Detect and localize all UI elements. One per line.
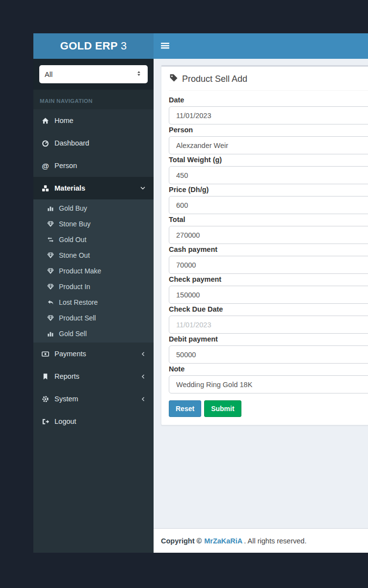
- at-icon: @: [41, 162, 50, 170]
- reset-button[interactable]: Reset: [169, 400, 201, 417]
- cubes-icon: [41, 185, 50, 192]
- sidebar-item-materials[interactable]: Materials: [33, 177, 154, 199]
- home-icon: [41, 117, 50, 124]
- gear-icon: [41, 395, 50, 403]
- app-logo[interactable]: GOLD ERP 3: [33, 33, 154, 59]
- date-label: Date: [169, 96, 368, 104]
- content-area: Product Sell Add Date Person Total We: [154, 59, 368, 528]
- hamburger-icon: [161, 42, 169, 51]
- form-group-price: Price (Dh/g): [169, 186, 368, 214]
- category-select-value: All: [45, 71, 53, 78]
- card-header: Product Sell Add: [169, 67, 368, 91]
- page-title: Product Sell Add: [182, 74, 247, 84]
- sidebar-subitem-label: Stone Out: [59, 251, 90, 259]
- sidebar-item-reports[interactable]: Reports: [33, 365, 154, 388]
- form-group-check-payment: Check payment: [169, 275, 368, 304]
- sidebar-item-label: Person: [54, 162, 77, 170]
- sidebar-subitem-label: Product Make: [59, 267, 101, 275]
- tag-icon: [169, 73, 178, 85]
- sidebar-subitem-gold-out[interactable]: Gold Out: [33, 232, 154, 247]
- note-input[interactable]: [169, 375, 368, 393]
- check-due-date-input[interactable]: [169, 316, 368, 334]
- page-footer: Copyright © MrZaKaRiA . All rights reser…: [154, 528, 368, 553]
- price-label: Price (Dh/g): [169, 186, 368, 194]
- sidebar-item-home[interactable]: Home: [33, 109, 154, 132]
- sidebar-subitem-label: Product In: [59, 283, 90, 291]
- rights-text: . All rights reserved.: [244, 537, 306, 545]
- sidebar: All MAIN NAVIGATION Home Dashboard: [33, 59, 154, 553]
- money-bill-icon: [41, 350, 50, 358]
- chart-bar-icon: [46, 205, 55, 212]
- sidebar-subitem-gold-buy[interactable]: Gold Buy: [33, 200, 154, 216]
- chevron-down-icon: [139, 185, 146, 192]
- top-navbar: [154, 33, 368, 59]
- form-group-debit-payment: Debit payment: [169, 335, 368, 364]
- debit-payment-input[interactable]: [169, 345, 368, 364]
- form-group-total-weight: Total Weight (g): [169, 156, 368, 184]
- sidebar-subitem-label: Gold Sell: [59, 330, 87, 338]
- sidebar-subitem-label: Gold Buy: [59, 204, 87, 212]
- sidebar-subitem-product-sell[interactable]: Product Sell: [33, 310, 154, 326]
- sidebar-subitem-product-in[interactable]: Product In: [33, 279, 154, 294]
- sidebar-subitem-label: Gold Out: [59, 236, 86, 244]
- copyright-text: Copyright ©: [161, 537, 202, 545]
- materials-submenu: Gold Buy Stone Buy Gold Out: [33, 199, 154, 343]
- product-sell-form: Date Person Total Weight (g) Pri: [169, 91, 368, 417]
- form-group-cash-payment: Cash payment: [169, 245, 368, 274]
- bookmark-icon: [41, 373, 50, 380]
- category-select[interactable]: All: [39, 65, 148, 83]
- logo-title: GOLD ERP: [60, 40, 118, 52]
- sidebar-item-payments[interactable]: Payments: [33, 343, 154, 365]
- form-group-check-due-date: Check Due Date: [169, 305, 368, 334]
- check-due-date-label: Check Due Date: [169, 305, 368, 313]
- sidebar-subitem-lost-restore[interactable]: Lost Restore: [33, 294, 154, 310]
- gem-icon: [46, 315, 55, 321]
- sidebar-item-system[interactable]: System: [33, 388, 154, 410]
- chart-bar-icon: [46, 330, 55, 337]
- app-window: GOLD ERP 3 All: [33, 33, 368, 553]
- check-payment-input[interactable]: [169, 286, 368, 304]
- exchange-icon: [46, 236, 55, 243]
- gem-icon: [46, 252, 55, 259]
- chevron-left-icon: [140, 396, 146, 402]
- up-down-spinner-icon: [135, 70, 142, 79]
- sidebar-item-dashboard[interactable]: Dashboard: [33, 132, 154, 154]
- sidebar-item-logout[interactable]: Logout: [33, 410, 154, 433]
- sidebar-item-label: System: [54, 395, 78, 403]
- person-input[interactable]: [169, 136, 368, 154]
- total-input[interactable]: [169, 226, 368, 244]
- price-input[interactable]: [169, 196, 368, 214]
- chevron-left-icon: [140, 351, 146, 357]
- date-input[interactable]: [169, 106, 368, 124]
- form-group-date: Date: [169, 96, 368, 124]
- sidebar-item-label: Home: [54, 117, 74, 124]
- debit-payment-label: Debit payment: [169, 335, 368, 343]
- sidebar-subitem-label: Product Sell: [59, 314, 96, 322]
- sidebar-item-person[interactable]: @ Person: [33, 154, 154, 177]
- author-link[interactable]: MrZaKaRiA: [204, 537, 242, 545]
- cash-payment-label: Cash payment: [169, 245, 368, 253]
- reply-icon: [46, 299, 55, 306]
- sidebar-subitem-gold-sell[interactable]: Gold Sell: [33, 326, 154, 342]
- form-group-total: Total: [169, 216, 368, 244]
- note-label: Note: [169, 365, 368, 373]
- sidebar-item-label: Payments: [54, 350, 86, 358]
- person-label: Person: [169, 126, 368, 134]
- gem-icon: [46, 268, 55, 274]
- sidebar-subitem-stone-buy[interactable]: Stone Buy: [33, 216, 154, 232]
- sidebar-item-label: Materials: [54, 184, 85, 192]
- sidebar-subitem-stone-out[interactable]: Stone Out: [33, 247, 154, 263]
- sidebar-subitem-product-make[interactable]: Product Make: [33, 263, 154, 279]
- sign-out-icon: [41, 418, 50, 425]
- sidebar-item-label: Dashboard: [54, 139, 89, 147]
- submit-button[interactable]: Submit: [204, 400, 241, 417]
- chevron-left-icon: [140, 373, 146, 380]
- gem-icon: [46, 283, 55, 290]
- check-payment-label: Check payment: [169, 275, 368, 283]
- sidebar-subitem-label: Stone Buy: [59, 220, 91, 228]
- sidebar-toggle-button[interactable]: [161, 38, 178, 54]
- sidebar-filter-strip: All: [33, 59, 154, 90]
- logo-version: 3: [121, 40, 127, 52]
- total-weight-input[interactable]: [169, 166, 368, 184]
- cash-payment-input[interactable]: [169, 256, 368, 274]
